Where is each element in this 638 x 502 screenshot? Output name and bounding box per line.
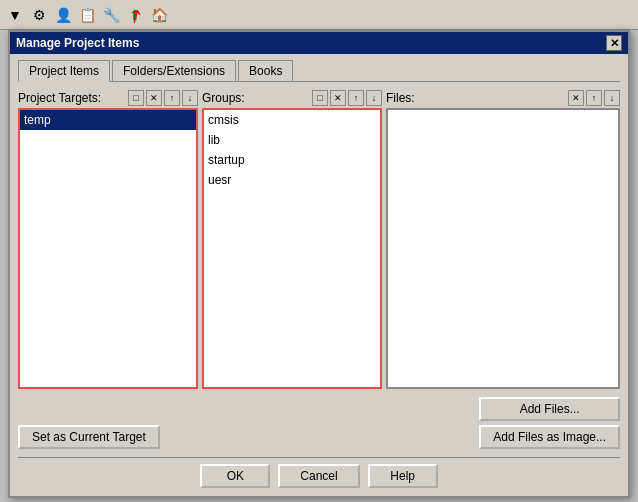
project-targets-delete-btn[interactable]: ✕ (146, 90, 162, 106)
group-item-startup[interactable]: startup (204, 150, 380, 170)
project-targets-header: Project Targets: □ ✕ ↑ ↓ (18, 90, 198, 106)
toolbar-copy[interactable]: 📋 (76, 4, 98, 26)
toolbar-user[interactable]: 👤 (52, 4, 74, 26)
dialog-titlebar: Manage Project Items ✕ (10, 32, 628, 54)
tabs: Project Items Folders/Extensions Books (18, 60, 620, 82)
project-targets-new-btn[interactable]: □ (128, 90, 144, 106)
project-targets-panel: Project Targets: □ ✕ ↑ ↓ temp (18, 90, 198, 389)
group-item-cmsis[interactable]: cmsis (204, 110, 380, 130)
toolbar-green2[interactable]: ⬆ (124, 4, 146, 26)
groups-list[interactable]: cmsis lib startup uesr (202, 108, 382, 389)
groups-down-btn[interactable]: ↓ (366, 90, 382, 106)
dialog-title: Manage Project Items (16, 36, 139, 50)
groups-new-btn[interactable]: □ (312, 90, 328, 106)
files-label: Files: (386, 91, 566, 105)
groups-panel: Groups: □ ✕ ↑ ↓ cmsis lib startup uesr (202, 90, 382, 389)
bottom-left-actions: Set as Current Target (18, 425, 160, 449)
toolbar: ▼ ⚙ 👤 📋 🔧 ⬆ 🏠 (0, 0, 638, 30)
groups-delete-btn[interactable]: ✕ (330, 90, 346, 106)
files-header: Files: ✕ ↑ ↓ (386, 90, 620, 106)
project-targets-down-btn[interactable]: ↓ (182, 90, 198, 106)
tab-books[interactable]: Books (238, 60, 293, 81)
tab-folders-extensions[interactable]: Folders/Extensions (112, 60, 236, 81)
tab-project-items[interactable]: Project Items (18, 60, 110, 82)
set-as-current-target-button[interactable]: Set as Current Target (18, 425, 160, 449)
bottom-actions: Set as Current Target Add Files... Add F… (18, 397, 620, 449)
project-targets-label: Project Targets: (18, 91, 126, 105)
dialog-body: Project Items Folders/Extensions Books P… (10, 54, 628, 496)
files-panel: Files: ✕ ↑ ↓ (386, 90, 620, 389)
help-button[interactable]: Help (368, 464, 438, 488)
add-files-button[interactable]: Add Files... (479, 397, 620, 421)
content-area: Project Targets: □ ✕ ↑ ↓ temp Groups: □ … (18, 90, 620, 389)
group-item-lib[interactable]: lib (204, 130, 380, 150)
add-files-as-image-button[interactable]: Add Files as Image... (479, 425, 620, 449)
files-delete-btn[interactable]: ✕ (568, 90, 584, 106)
toolbar-green3[interactable]: 🏠 (148, 4, 170, 26)
manage-project-dialog: Manage Project Items ✕ Project Items Fol… (8, 30, 630, 498)
cancel-button[interactable]: Cancel (278, 464, 359, 488)
ok-button[interactable]: OK (200, 464, 270, 488)
toolbar-dropdown[interactable]: ▼ (4, 4, 26, 26)
groups-up-btn[interactable]: ↑ (348, 90, 364, 106)
groups-header: Groups: □ ✕ ↑ ↓ (202, 90, 382, 106)
toolbar-settings[interactable]: ⚙ (28, 4, 50, 26)
files-list[interactable] (386, 108, 620, 389)
dialog-footer: OK Cancel Help (18, 457, 620, 488)
groups-label: Groups: (202, 91, 310, 105)
project-targets-list[interactable]: temp (18, 108, 198, 389)
toolbar-green1[interactable]: 🔧 (100, 4, 122, 26)
files-up-btn[interactable]: ↑ (586, 90, 602, 106)
dialog-close-button[interactable]: ✕ (606, 35, 622, 51)
bottom-right-actions: Add Files... Add Files as Image... (479, 397, 620, 449)
project-target-item-temp[interactable]: temp (20, 110, 196, 130)
project-targets-up-btn[interactable]: ↑ (164, 90, 180, 106)
group-item-uesr[interactable]: uesr (204, 170, 380, 190)
files-down-btn[interactable]: ↓ (604, 90, 620, 106)
